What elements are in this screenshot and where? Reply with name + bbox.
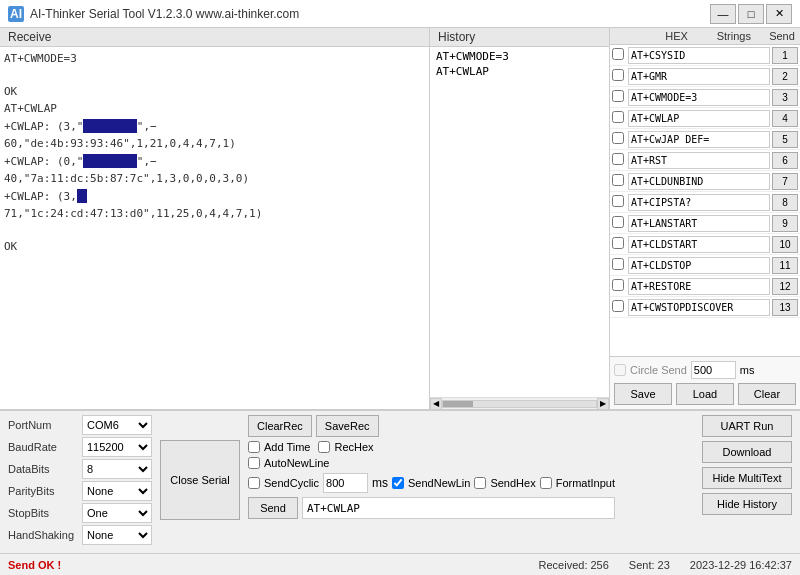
baudrate-row: BaudRate 115200 <box>8 437 152 457</box>
history-item[interactable]: AT+CWLAP <box>432 64 607 79</box>
mt-row-checkbox[interactable] <box>612 69 628 84</box>
sendcyclic-ms-input[interactable]: 800 <box>323 473 368 493</box>
mt-row-input[interactable] <box>628 68 770 85</box>
title-bar: AI AI-Thinker Serial Tool V1.2.3.0 www.a… <box>0 0 800 28</box>
mt-row-checkbox[interactable] <box>612 48 628 63</box>
baudrate-select[interactable]: 115200 <box>82 437 152 457</box>
mt-row-send-button[interactable]: 4 <box>772 110 798 127</box>
sendnewline-checkbox[interactable] <box>392 477 404 489</box>
mt-action-buttons: Save Load Clear <box>614 383 796 405</box>
close-button[interactable]: ✕ <box>766 4 792 24</box>
portnum-select[interactable]: COM6 <box>82 415 152 435</box>
top-panels: Receive AT+CWMODE=3 OK AT+CWLAP +CWLAP: … <box>0 28 800 410</box>
mt-row-send-button[interactable]: 7 <box>772 173 798 190</box>
history-scrollbar[interactable]: ◀ ▶ <box>430 397 609 409</box>
mt-row-checkbox[interactable] <box>612 153 628 168</box>
stopbits-select[interactable]: One <box>82 503 152 523</box>
saverec-button[interactable]: SaveRec <box>316 415 379 437</box>
save-button[interactable]: Save <box>614 383 672 405</box>
mt-row-input[interactable] <box>628 173 770 190</box>
send-input[interactable]: AT+CWLAP <box>302 497 615 519</box>
mt-row-checkbox[interactable] <box>612 174 628 189</box>
multitext-bottom: Circle Send 500 ms Save Load Clear <box>610 356 800 409</box>
mt-row-send-button[interactable]: 3 <box>772 89 798 106</box>
history-item[interactable]: AT+CWMODE=3 <box>432 49 607 64</box>
load-button[interactable]: Load <box>676 383 734 405</box>
mt-row-send-button[interactable]: 13 <box>772 299 798 316</box>
mt-row-send-button[interactable]: 9 <box>772 215 798 232</box>
mt-row-checkbox[interactable] <box>612 279 628 294</box>
hide-history-button[interactable]: Hide History <box>702 493 792 515</box>
sendnewline-label: SendNewLin <box>408 477 470 489</box>
mt-row-send-button[interactable]: 2 <box>772 68 798 85</box>
mt-row-checkbox[interactable] <box>612 132 628 147</box>
mt-row-checkbox[interactable] <box>612 237 628 252</box>
handshaking-select[interactable]: None <box>82 525 152 545</box>
mt-row-input[interactable] <box>628 89 770 106</box>
mt-row-input[interactable] <box>628 47 770 64</box>
autonewline-label: AutoNewLine <box>264 457 329 469</box>
uart-run-button[interactable]: UART Run <box>702 415 792 437</box>
download-button[interactable]: Download <box>702 441 792 463</box>
minimize-button[interactable]: — <box>710 4 736 24</box>
hide-multitext-button[interactable]: Hide MultiText <box>702 467 792 489</box>
mt-row-send-button[interactable]: 12 <box>772 278 798 295</box>
formatinput-checkbox[interactable] <box>540 477 552 489</box>
mt-row-checkbox[interactable] <box>612 300 628 315</box>
formatinput-label: FormatInput <box>556 477 615 489</box>
autonewline-checkbox[interactable] <box>248 457 260 469</box>
mt-row-send-button[interactable]: 11 <box>772 257 798 274</box>
mt-row-send-button[interactable]: 1 <box>772 47 798 64</box>
addtime-checkbox[interactable] <box>248 441 260 453</box>
scroll-right-arrow[interactable]: ▶ <box>597 398 609 410</box>
formatinput-checkbox-group: FormatInput <box>540 477 615 489</box>
mt-row: 6 <box>610 150 800 171</box>
mt-row-input[interactable] <box>628 110 770 127</box>
receive-text-area: AT+CWMODE=3 OK AT+CWLAP +CWLAP: (3," ",−… <box>0 47 429 409</box>
mt-row-input[interactable] <box>628 257 770 274</box>
port-settings: PortNum COM6 BaudRate 115200 DataBits 8 <box>8 415 152 545</box>
scroll-left-arrow[interactable]: ◀ <box>430 398 442 410</box>
mt-row-input[interactable] <box>628 215 770 232</box>
mt-row-input[interactable] <box>628 236 770 253</box>
maximize-button[interactable]: □ <box>738 4 764 24</box>
circle-send-input[interactable]: 500 <box>691 361 736 379</box>
mt-row-checkbox[interactable] <box>612 90 628 105</box>
mt-row-send-button[interactable]: 5 <box>772 131 798 148</box>
rechex-checkbox[interactable] <box>318 441 330 453</box>
mt-row-input[interactable] <box>628 299 770 316</box>
clearrec-button[interactable]: ClearRec <box>248 415 312 437</box>
history-list[interactable]: AT+CWMODE=3AT+CWLAP <box>430 47 609 397</box>
mid-controls: ClearRec SaveRec Add Time RecHex <box>248 415 615 545</box>
autonewline-checkbox-group: AutoNewLine <box>248 457 329 469</box>
mt-row-checkbox[interactable] <box>612 216 628 231</box>
mt-row-input[interactable] <box>628 278 770 295</box>
receive-panel: Receive AT+CWMODE=3 OK AT+CWLAP +CWLAP: … <box>0 28 430 409</box>
sendhex-checkbox[interactable] <box>474 477 486 489</box>
mt-row: 1 <box>610 45 800 66</box>
sendcyclic-row: SendCyclic 800 ms SendNewLin SendHex Fo <box>248 473 615 493</box>
paritybits-row: ParityBits None <box>8 481 152 501</box>
close-serial-button[interactable]: Close Serial <box>160 440 240 520</box>
circle-send-checkbox[interactable] <box>614 364 626 376</box>
scroll-track[interactable] <box>442 400 597 408</box>
mt-row-checkbox[interactable] <box>612 195 628 210</box>
clear-button[interactable]: Clear <box>738 383 796 405</box>
mt-row-checkbox[interactable] <box>612 111 628 126</box>
mt-row-input[interactable] <box>628 131 770 148</box>
mt-row-checkbox[interactable] <box>612 258 628 273</box>
mt-row-send-button[interactable]: 8 <box>772 194 798 211</box>
mt-row-send-button[interactable]: 6 <box>772 152 798 169</box>
mt-row-send-button[interactable]: 10 <box>772 236 798 253</box>
multitext-panel: HEX Strings Send 1 2 3 <box>610 28 800 409</box>
circle-send-row: Circle Send 500 ms <box>614 361 796 379</box>
send-button[interactable]: Send <box>248 497 298 519</box>
paritybits-select[interactable]: None <box>82 481 152 501</box>
mt-row-input[interactable] <box>628 194 770 211</box>
col-hex-label: HEX <box>665 30 716 42</box>
mt-row-input[interactable] <box>628 152 770 169</box>
sendnewline-checkbox-group: SendNewLin <box>392 477 470 489</box>
sendcyclic-checkbox[interactable] <box>248 477 260 489</box>
databits-select[interactable]: 8 <box>82 459 152 479</box>
addtime-rechex-row: Add Time RecHex <box>248 441 615 453</box>
